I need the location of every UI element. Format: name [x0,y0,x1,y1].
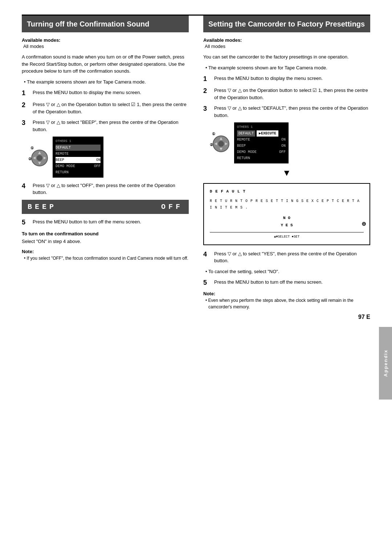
right-step-1: 1 Press the MENU button to display the m… [203,75,370,83]
beep-label: BEEP [28,203,57,211]
right-menu-title: OTHERS 1 [237,125,286,130]
left-body-text: A confirmation sound is made when you tu… [22,53,189,75]
right-step-2-text: Press ▽ or △ on the Operation button to … [214,87,370,101]
appendix-sidebar-text: Appendix [383,349,388,377]
left-step-2: 2 Press ▽ or △ on the Operation button t… [22,101,189,115]
left-menu-wrapper: ① ② OTHERS 1 DEFAULT REMOTE BEEP ON [30,137,189,177]
page-number: 97 E [203,314,370,320]
svg-point-7 [218,141,224,147]
right-menu-demo: DEMO MODE OFF [237,149,286,155]
left-step-3-text: Press ▽ or △ to select "BEEP", then pres… [33,119,189,133]
page-num-text: 97 [358,314,365,320]
left-step-1-number: 1 [22,89,30,97]
left-menu-return: RETURN [56,169,101,175]
left-subsection-title: To turn on the confirmation sound [22,231,189,236]
right-step-2: 2 Press ▽ or △ on the Operation button t… [203,87,370,101]
left-section-header: Turning off the Confirmation Sound [22,16,189,32]
right-step-1-text: Press the MENU button to display the men… [214,75,370,82]
right-step-5-number: 5 [203,279,211,287]
left-step-2-number: 2 [22,101,30,109]
right-bullet-1: The example screens shown are for Tape C… [203,64,370,72]
arrow-down-icon: ▼ [203,168,370,178]
left-step-1-text: Press the MENU button to display the men… [33,89,189,96]
left-step-3: 3 Press ▽ or △ to select "BEEP", then pr… [22,119,189,133]
left-available-modes-label: Available modes: [22,37,189,43]
page-container: Turning off the Confirmation Sound Avail… [0,0,392,555]
default-box-title: D E F A U L T [210,188,364,195]
left-step-4: 4 Press ▽ or △ to select "OFF", then pre… [22,182,189,196]
right-step-4: 4 Press ▽ or △ to select "YES", then pre… [203,250,370,264]
default-box-yes: Y E S [210,222,364,229]
right-step-3: 3 Press ▽ or △ to select "DEFAULT", then… [203,105,370,119]
right-step-4-number: 4 [203,250,211,259]
right-cancel-note: To cancel the setting, select "NO". [203,268,370,275]
left-menu-title: OTHERS 1 [56,139,101,144]
left-menu-demo: DEMO MODE OFF [56,163,101,169]
left-menu-remote: REMOTE [56,151,101,157]
left-available-modes-value: All modes [22,44,189,49]
left-step-5-number: 5 [22,218,30,227]
right-note-text: Even when you perform the steps above, t… [203,297,370,310]
right-step-3-number: 3 [203,105,211,113]
plus-icon: ⊕ [362,218,366,230]
left-step-2-text: Press ▽ or △ on the Operation button to … [33,101,189,115]
default-box-subtitle: R E T U R N T O P R E S E T T I N G S E … [210,198,364,211]
default-box-wrapper: D E F A U L T R E T U R N T O P R E S E … [203,183,370,245]
default-box: D E F A U L T R E T U R N T O P R E S E … [203,183,370,245]
left-note-label: Note: [22,249,189,254]
default-box-options: N O Y E S ⊕ [210,215,364,229]
left-step-4-text: Press ▽ or △ to select "OFF", then press… [33,182,189,196]
right-step-2-number: 2 [203,87,211,95]
right-menu-execute-label: ▶EXECUTE [257,130,278,137]
right-menu-beep: BEEP ON [237,143,286,149]
right-note-label: Note: [203,291,370,296]
right-menu-default-label: DEFAULT [237,130,255,137]
left-menu-default: DEFAULT [56,145,101,151]
left-step-5-text: Press the MENU button to turn off the me… [33,218,189,226]
right-menu-wrapper: ① ② OTHERS 1 DEFAULT ▶EXECUTE REMOTE ON [211,122,370,163]
svg-point-1 [37,155,42,161]
left-step-5: 5 Press the MENU button to turn off the … [22,218,189,227]
left-menu-screen: OTHERS 1 DEFAULT REMOTE BEEP ON DEMO MOD… [53,137,103,177]
left-menu-beep: BEEP ON [56,157,101,163]
right-step-5-text: Press the MENU button to turn off the me… [214,279,370,286]
column-right: Setting the Camcorder to Factory Presett… [203,16,370,320]
right-step-5: 5 Press the MENU button to turn off the … [203,279,370,287]
left-note-text: If you select "OFF", the focus confirmat… [22,255,189,262]
left-subsection-text: Select "ON" in step 4 above. [22,238,189,245]
right-menu-return: RETURN [237,155,286,161]
column-left: Turning off the Confirmation Sound Avail… [22,16,189,320]
right-step-3-text: Press ▽ or △ to select "DEFAULT", then p… [214,105,370,119]
right-step-4-text: Press ▽ or △ to select "YES", then press… [214,250,370,264]
off-label: OFF [161,203,183,211]
right-menu-execute-row: DEFAULT ▶EXECUTE [237,130,286,137]
appendix-sidebar: Appendix [379,327,392,400]
right-available-modes-value: All modes [203,44,370,49]
right-body-text: You can set the camcorder to the factory… [203,53,370,61]
right-section-header: Setting the Camcorder to Factory Presett… [203,16,370,32]
beep-off-display: BEEP OFF [22,200,189,214]
left-step-4-number: 4 [22,182,30,190]
default-box-no: N O [210,215,364,222]
e-mark: E [366,314,370,320]
left-step-1: 1 Press the MENU button to display the m… [22,89,189,97]
right-step-1-number: 1 [203,75,211,83]
columns-wrapper: Turning off the Confirmation Sound Avail… [22,16,370,320]
left-step-3-number: 3 [22,119,30,127]
right-menu-remote: REMOTE ON [237,137,286,143]
left-bullet-1: The example screens shown are for Tape C… [22,78,189,86]
right-available-modes-label: Available modes: [203,37,370,43]
default-box-nav: ▲▼SELECT ●SET [210,232,364,240]
right-menu-screen: OTHERS 1 DEFAULT ▶EXECUTE REMOTE ON BEEP… [234,122,289,163]
